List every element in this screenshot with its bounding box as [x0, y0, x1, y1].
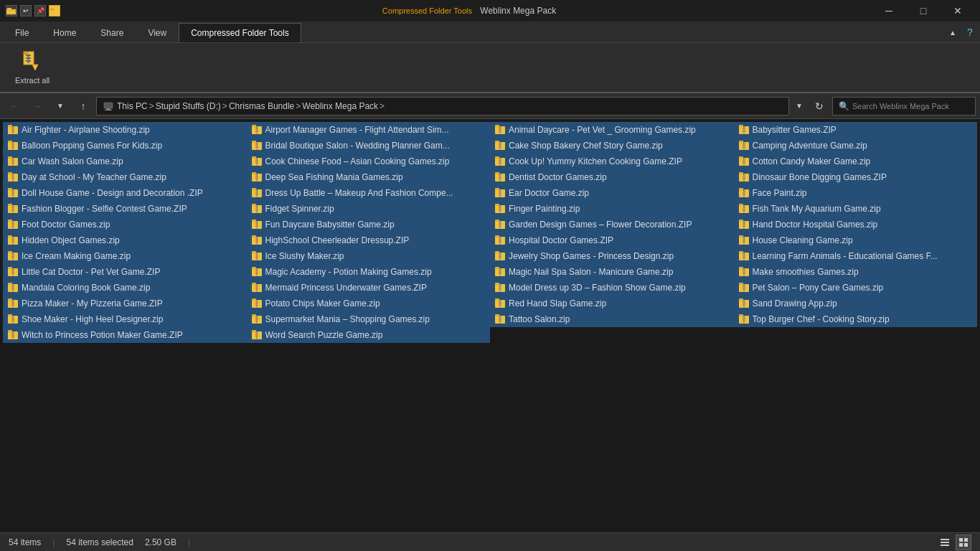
svg-rect-154 [743, 194, 745, 195]
list-item[interactable]: Fashion Blogger - Selfie Contest Game.ZI… [3, 201, 247, 217]
close-button[interactable]: ✕ [941, 0, 974, 22]
svg-rect-180 [743, 207, 745, 208]
new-folder-icon[interactable] [49, 5, 60, 17]
address-dropdown-button[interactable]: ▼ [792, 96, 806, 116]
list-item[interactable]: Cake Shop Bakery Chef Story Game.zip [490, 138, 734, 154]
svg-rect-69 [743, 146, 745, 146]
path-weblinx-mega-pack[interactable]: Weblinx Mega Pack [302, 101, 378, 111]
list-item[interactable]: Camping Adventure Game.zip [734, 138, 978, 154]
details-view-button[interactable] [937, 534, 953, 550]
list-item[interactable]: Dentist Doctor Games.zip [490, 169, 734, 185]
list-item[interactable]: Shoe Maker - High Heel Designer.zip [3, 311, 247, 327]
list-item[interactable]: Make smoothies Games.zip [734, 264, 978, 280]
list-item[interactable]: Day at School - My Teacher Game.zip [3, 169, 247, 185]
svg-rect-254 [495, 251, 499, 253]
list-item[interactable]: Supermarket Mania – Shopping Games.zip [247, 311, 491, 327]
list-item[interactable]: Animal Daycare - Pet Vet _ Grooming Game… [490, 122, 734, 138]
list-item[interactable]: Dress Up Battle – Makeup And Fashion Com… [247, 185, 491, 201]
list-item[interactable]: Mermaid Princess Underwater Games.ZIP [247, 280, 491, 296]
file-name: Animal Daycare - Pet Vet _ Grooming Game… [509, 125, 696, 135]
list-item[interactable]: Finger Painting.zip [490, 201, 734, 217]
address-path[interactable]: This PC > Stupid Stuffs (D:) > Chrismas … [96, 97, 789, 116]
list-item[interactable]: Cook Chinese Food – Asian Cooking Games.… [247, 154, 491, 169]
list-item[interactable]: Learning Farm Animals - Educational Game… [734, 248, 978, 264]
content-area: Air Fighter - Airplane Shooting.zipAirpo… [0, 119, 980, 532]
list-item[interactable]: Cotton Candy Maker Game.zip [734, 154, 978, 169]
list-item[interactable]: Airport Manager Games - Flight Attendant… [247, 122, 491, 138]
list-item[interactable]: Babysitter Games.ZIP [734, 122, 978, 138]
list-item[interactable]: Doll House Game - Design and Decoration … [3, 185, 247, 201]
list-item[interactable]: Jewelry Shop Games - Princess Design.zip [490, 248, 734, 264]
list-item[interactable]: Deep Sea Fishing Mania Games.zip [247, 169, 491, 185]
list-item[interactable]: Sand Drawing App.zip [734, 296, 978, 311]
list-item[interactable]: Cook Up! Yummy Kitchen Cooking Game.ZIP [490, 154, 734, 169]
file-name: Top Burger Chef - Cooking Story.zip [753, 314, 890, 324]
path-chrismas-bundle[interactable]: Chrismas Bundle [229, 101, 294, 111]
zip-icon [251, 314, 263, 325]
up-button[interactable]: ↑ [73, 96, 93, 116]
list-item[interactable]: Top Burger Chef - Cooking Story.zip [734, 311, 978, 327]
tiles-view-button[interactable] [956, 534, 971, 550]
svg-rect-19 [11, 128, 14, 129]
minimize-button[interactable]: ─ [872, 0, 905, 22]
svg-rect-103 [11, 176, 14, 176]
path-stupid-stuffs[interactable]: Stupid Stuffs (D:) [156, 101, 221, 111]
list-item[interactable]: Fish Tank My Aquarium Game.zip [734, 201, 978, 217]
tab-share[interactable]: Share [88, 23, 136, 42]
svg-rect-138 [255, 192, 258, 192]
list-item[interactable]: Little Cat Doctor - Pet Vet Game.ZIP [3, 264, 247, 280]
tab-file[interactable]: File [3, 23, 41, 42]
tab-home[interactable]: Home [41, 23, 88, 42]
list-item[interactable]: Balloon Popping Games For Kids.zip [3, 138, 247, 154]
list-item[interactable]: Word Search Puzzle Game.zip [247, 327, 491, 343]
list-item[interactable]: Car Wash Salon Game.zip [3, 154, 247, 169]
list-item[interactable]: Pet Salon – Pony Care Games.zip [734, 280, 978, 296]
extract-all-button[interactable]: Extract all [6, 47, 59, 88]
list-item[interactable]: Red Hand Slap Game.zip [490, 296, 734, 311]
path-this-pc[interactable]: This PC [117, 101, 148, 111]
tab-compressed-folder-tools[interactable]: Compressed Folder Tools [179, 23, 301, 42]
search-box[interactable]: 🔍 Search Weblinx Mega Pack [832, 97, 976, 116]
list-item[interactable]: Fun Daycare Babysitter Game.zip [247, 217, 491, 232]
list-item[interactable]: Model Dress up 3D – Fashion Show Game.zi… [490, 280, 734, 296]
list-item[interactable]: House Cleaning Game.zip [734, 232, 978, 248]
list-item[interactable]: Mandala Coloring Book Game.zip [3, 280, 247, 296]
refresh-button[interactable]: ↻ [809, 96, 829, 116]
list-item[interactable]: Hospital Doctor Games.ZIP [490, 232, 734, 248]
list-item[interactable]: Magic Nail Spa Salon - Manicure Game.zip [490, 264, 734, 280]
list-item[interactable]: Ice Slushy Maker.zip [247, 248, 491, 264]
recent-button[interactable]: ▼ [50, 96, 70, 116]
list-item[interactable]: Dinosaur Bone Digging Games.ZIP [734, 169, 978, 185]
svg-rect-27 [255, 130, 258, 131]
list-item[interactable]: Air Fighter - Airplane Shooting.zip [3, 122, 247, 138]
list-item[interactable]: Foot Doctor Games.zip [3, 217, 247, 232]
pin-icon[interactable]: 📌 [34, 5, 46, 17]
list-item[interactable]: Ice Cream Making Game.zip [3, 248, 247, 264]
list-item[interactable]: Hand Doctor Hospital Games.zip [734, 217, 978, 232]
undo-icon[interactable]: ↩ [20, 5, 32, 17]
ribbon-expand-button[interactable]: ▲ [946, 22, 960, 42]
tab-view[interactable]: View [136, 23, 179, 42]
help-button[interactable]: ? [963, 22, 977, 42]
list-item[interactable]: Fidget Spinner.zip [247, 201, 491, 217]
list-item[interactable]: Magic Academy - Potion Making Games.zip [247, 264, 491, 280]
list-item[interactable]: Witch to Princess Potion Maker Game.ZIP [3, 327, 247, 343]
list-item[interactable]: Tattoo Salon.zip [490, 311, 734, 327]
list-item[interactable]: Potato Chips Maker Game.zip [247, 296, 491, 311]
list-item[interactable]: Ear Doctor Game.zip [490, 185, 734, 201]
list-item[interactable]: Garden Design Games – Flower Decoration.… [490, 217, 734, 232]
svg-rect-242 [11, 253, 14, 254]
svg-rect-201 [499, 223, 501, 224]
back-button[interactable]: ← [4, 96, 24, 116]
list-item[interactable]: HighSchool Cheerleader Dressup.ZIP [247, 232, 491, 248]
list-item[interactable]: Pizza Maker - My Pizzeria Game.ZIP [3, 296, 247, 311]
list-item[interactable]: Face Paint.zip [734, 185, 978, 201]
svg-rect-124 [743, 176, 745, 176]
maximize-button[interactable]: □ [907, 0, 940, 22]
svg-rect-222 [255, 239, 258, 240]
window-controls[interactable]: ─ □ ✕ [872, 0, 974, 22]
forward-button[interactable]: → [27, 96, 47, 116]
list-item[interactable]: Hidden Object Games.zip [3, 232, 247, 248]
svg-rect-236 [743, 239, 745, 240]
list-item[interactable]: Bridal Boutique Salon - Wedding Planner … [247, 138, 491, 154]
